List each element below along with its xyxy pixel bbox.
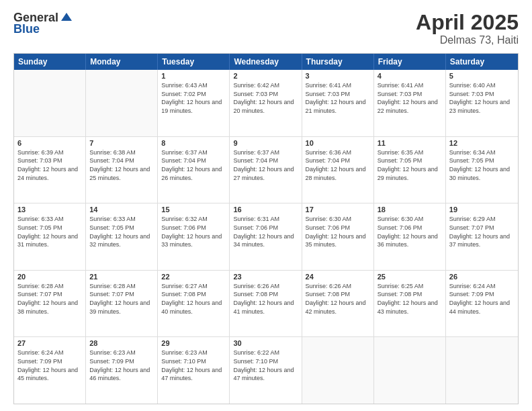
day-info: Sunrise: 6:32 AM Sunset: 7:06 PM Dayligh… bbox=[161, 215, 226, 248]
calendar-cell bbox=[86, 70, 158, 136]
day-number: 22 bbox=[161, 273, 226, 281]
day-info: Sunrise: 6:33 AM Sunset: 7:05 PM Dayligh… bbox=[17, 215, 82, 248]
day-number: 12 bbox=[449, 139, 515, 147]
day-number: 21 bbox=[89, 273, 154, 281]
day-number: 17 bbox=[306, 205, 370, 214]
title-block: April 2025 Delmas 73, Haiti bbox=[416, 11, 519, 46]
day-info: Sunrise: 6:26 AM Sunset: 7:08 PM Dayligh… bbox=[306, 282, 370, 316]
calendar-row: 6Sunrise: 6:39 AM Sunset: 7:03 PM Daylig… bbox=[14, 137, 518, 204]
day-number: 3 bbox=[306, 72, 370, 80]
calendar-cell: 30Sunrise: 6:22 AM Sunset: 7:10 PM Dayli… bbox=[230, 337, 302, 404]
calendar-cell: 22Sunrise: 6:27 AM Sunset: 7:08 PM Dayli… bbox=[158, 271, 230, 337]
day-number: 2 bbox=[233, 72, 298, 80]
calendar-header-cell: Saturday bbox=[446, 54, 518, 70]
calendar: SundayMondayTuesdayWednesdayThursdayFrid… bbox=[13, 53, 519, 404]
calendar-header-cell: Tuesday bbox=[158, 54, 230, 70]
day-info: Sunrise: 6:37 AM Sunset: 7:04 PM Dayligh… bbox=[161, 148, 226, 182]
day-number: 14 bbox=[89, 205, 154, 214]
calendar-cell: 2Sunrise: 6:42 AM Sunset: 7:03 PM Daylig… bbox=[230, 70, 302, 136]
title-location: Delmas 73, Haiti bbox=[416, 34, 519, 46]
day-info: Sunrise: 6:34 AM Sunset: 7:05 PM Dayligh… bbox=[449, 148, 515, 182]
day-info: Sunrise: 6:24 AM Sunset: 7:09 PM Dayligh… bbox=[449, 282, 515, 316]
calendar-cell: 25Sunrise: 6:25 AM Sunset: 7:08 PM Dayli… bbox=[374, 271, 446, 337]
calendar-cell: 4Sunrise: 6:41 AM Sunset: 7:03 PM Daylig… bbox=[374, 70, 446, 136]
calendar-cell bbox=[374, 337, 446, 404]
day-number: 29 bbox=[161, 339, 226, 347]
calendar-cell: 27Sunrise: 6:24 AM Sunset: 7:09 PM Dayli… bbox=[14, 337, 86, 404]
calendar-cell: 28Sunrise: 6:23 AM Sunset: 7:09 PM Dayli… bbox=[86, 337, 158, 404]
day-number: 20 bbox=[17, 273, 82, 281]
calendar-cell: 12Sunrise: 6:34 AM Sunset: 7:05 PM Dayli… bbox=[446, 137, 518, 203]
calendar-cell: 15Sunrise: 6:32 AM Sunset: 7:06 PM Dayli… bbox=[158, 203, 230, 270]
calendar-row: 1Sunrise: 6:43 AM Sunset: 7:02 PM Daylig… bbox=[14, 70, 518, 137]
title-month: April 2025 bbox=[416, 11, 519, 34]
day-info: Sunrise: 6:25 AM Sunset: 7:08 PM Dayligh… bbox=[378, 282, 442, 316]
calendar-cell: 13Sunrise: 6:33 AM Sunset: 7:05 PM Dayli… bbox=[14, 203, 86, 270]
day-info: Sunrise: 6:29 AM Sunset: 7:07 PM Dayligh… bbox=[449, 215, 515, 248]
calendar-cell: 7Sunrise: 6:38 AM Sunset: 7:04 PM Daylig… bbox=[86, 137, 158, 203]
day-info: Sunrise: 6:38 AM Sunset: 7:04 PM Dayligh… bbox=[89, 148, 154, 182]
calendar-row: 13Sunrise: 6:33 AM Sunset: 7:05 PM Dayli… bbox=[14, 203, 518, 271]
calendar-cell: 16Sunrise: 6:31 AM Sunset: 7:06 PM Dayli… bbox=[230, 203, 302, 270]
day-info: Sunrise: 6:28 AM Sunset: 7:07 PM Dayligh… bbox=[17, 282, 82, 316]
day-number: 5 bbox=[449, 72, 515, 80]
calendar-cell: 20Sunrise: 6:28 AM Sunset: 7:07 PM Dayli… bbox=[14, 271, 86, 337]
calendar-header-cell: Monday bbox=[86, 54, 158, 70]
calendar-cell bbox=[14, 70, 86, 136]
day-info: Sunrise: 6:24 AM Sunset: 7:09 PM Dayligh… bbox=[17, 349, 82, 382]
calendar-body: 1Sunrise: 6:43 AM Sunset: 7:02 PM Daylig… bbox=[14, 70, 518, 404]
day-info: Sunrise: 6:28 AM Sunset: 7:07 PM Dayligh… bbox=[89, 282, 154, 316]
day-info: Sunrise: 6:30 AM Sunset: 7:06 PM Dayligh… bbox=[306, 215, 370, 248]
calendar-cell: 3Sunrise: 6:41 AM Sunset: 7:03 PM Daylig… bbox=[302, 70, 374, 136]
header: General Blue April 2025 Delmas 73, Haiti bbox=[13, 11, 519, 46]
day-info: Sunrise: 6:41 AM Sunset: 7:03 PM Dayligh… bbox=[306, 81, 370, 115]
calendar-cell: 23Sunrise: 6:26 AM Sunset: 7:08 PM Dayli… bbox=[230, 271, 302, 337]
page: General Blue April 2025 Delmas 73, Haiti… bbox=[0, 0, 532, 411]
calendar-cell bbox=[302, 337, 374, 404]
logo-blue: Blue bbox=[13, 22, 40, 36]
day-number: 18 bbox=[378, 205, 442, 214]
calendar-cell: 24Sunrise: 6:26 AM Sunset: 7:08 PM Dayli… bbox=[302, 271, 374, 337]
day-info: Sunrise: 6:33 AM Sunset: 7:05 PM Dayligh… bbox=[89, 215, 154, 248]
calendar-cell: 6Sunrise: 6:39 AM Sunset: 7:03 PM Daylig… bbox=[14, 137, 86, 203]
day-number: 27 bbox=[17, 339, 82, 347]
day-number: 9 bbox=[233, 139, 298, 147]
day-number: 15 bbox=[161, 205, 226, 214]
day-number: 26 bbox=[449, 273, 515, 281]
calendar-header-cell: Wednesday bbox=[230, 54, 302, 70]
day-info: Sunrise: 6:42 AM Sunset: 7:03 PM Dayligh… bbox=[233, 81, 298, 115]
calendar-header: SundayMondayTuesdayWednesdayThursdayFrid… bbox=[14, 54, 518, 70]
day-number: 1 bbox=[161, 72, 226, 80]
day-info: Sunrise: 6:22 AM Sunset: 7:10 PM Dayligh… bbox=[233, 349, 298, 382]
logo: General Blue bbox=[13, 11, 73, 36]
calendar-header-cell: Sunday bbox=[14, 54, 86, 70]
day-number: 28 bbox=[89, 339, 154, 347]
day-number: 19 bbox=[449, 205, 515, 214]
calendar-row: 27Sunrise: 6:24 AM Sunset: 7:09 PM Dayli… bbox=[14, 337, 518, 404]
calendar-row: 20Sunrise: 6:28 AM Sunset: 7:07 PM Dayli… bbox=[14, 271, 518, 338]
calendar-cell: 18Sunrise: 6:30 AM Sunset: 7:06 PM Dayli… bbox=[374, 203, 446, 270]
calendar-cell: 21Sunrise: 6:28 AM Sunset: 7:07 PM Dayli… bbox=[86, 271, 158, 337]
day-info: Sunrise: 6:23 AM Sunset: 7:10 PM Dayligh… bbox=[161, 349, 226, 382]
day-number: 13 bbox=[17, 205, 82, 214]
day-number: 16 bbox=[233, 205, 298, 214]
calendar-cell: 10Sunrise: 6:36 AM Sunset: 7:04 PM Dayli… bbox=[302, 137, 374, 203]
calendar-header-cell: Thursday bbox=[302, 54, 374, 70]
calendar-cell: 14Sunrise: 6:33 AM Sunset: 7:05 PM Dayli… bbox=[86, 203, 158, 270]
day-info: Sunrise: 6:31 AM Sunset: 7:06 PM Dayligh… bbox=[233, 215, 298, 248]
day-info: Sunrise: 6:43 AM Sunset: 7:02 PM Dayligh… bbox=[161, 81, 226, 115]
calendar-cell bbox=[446, 337, 518, 404]
calendar-cell: 5Sunrise: 6:40 AM Sunset: 7:03 PM Daylig… bbox=[446, 70, 518, 136]
day-info: Sunrise: 6:26 AM Sunset: 7:08 PM Dayligh… bbox=[233, 282, 298, 316]
calendar-cell: 26Sunrise: 6:24 AM Sunset: 7:09 PM Dayli… bbox=[446, 271, 518, 337]
day-info: Sunrise: 6:40 AM Sunset: 7:03 PM Dayligh… bbox=[449, 81, 515, 115]
day-info: Sunrise: 6:39 AM Sunset: 7:03 PM Dayligh… bbox=[17, 148, 82, 182]
day-number: 10 bbox=[306, 139, 370, 147]
day-info: Sunrise: 6:35 AM Sunset: 7:05 PM Dayligh… bbox=[378, 148, 442, 182]
day-number: 6 bbox=[17, 139, 82, 147]
calendar-cell: 9Sunrise: 6:37 AM Sunset: 7:04 PM Daylig… bbox=[230, 137, 302, 203]
day-number: 24 bbox=[306, 273, 370, 281]
day-number: 30 bbox=[233, 339, 298, 347]
day-number: 7 bbox=[89, 139, 154, 147]
day-info: Sunrise: 6:27 AM Sunset: 7:08 PM Dayligh… bbox=[161, 282, 226, 316]
